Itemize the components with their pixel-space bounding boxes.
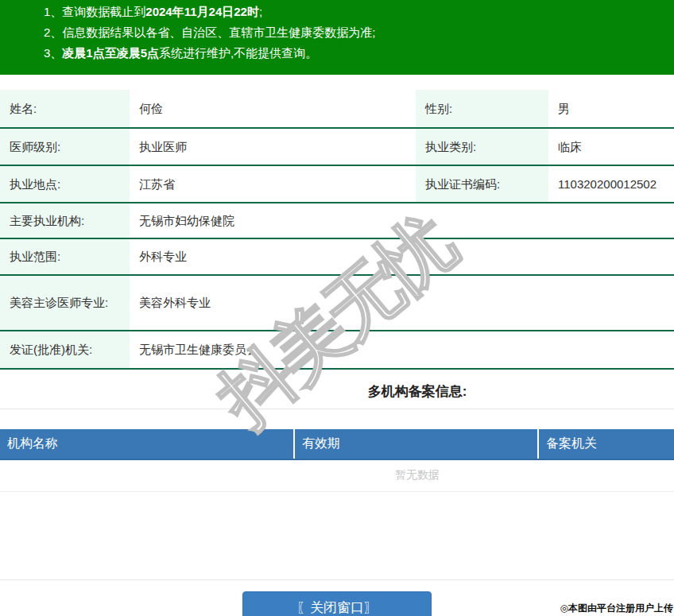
notice-text: 系统进行维护,不能提供查询。 xyxy=(159,46,317,60)
issuer-label: 发证(批准)机关: xyxy=(0,331,130,369)
table-row: 执业地点: 江苏省 执业证书编码: 110320200012502 xyxy=(0,165,674,203)
notice-line-number: 1、 xyxy=(44,5,62,18)
records-empty-row: 暂无数据 xyxy=(0,459,674,491)
level-label: 医师级别: xyxy=(0,128,130,165)
gender-label: 性别: xyxy=(416,90,548,128)
name-value: 何俭 xyxy=(130,90,416,128)
cert-no-value: 110320200012502 xyxy=(548,165,674,203)
notice-line-number: 3、 xyxy=(44,46,62,60)
notice-line-2: 2、信息数据结果以各省、自治区、直辖市卫生健康委数据为准; xyxy=(44,22,674,43)
table-row: 主要执业机构: 无锡市妇幼保健院 xyxy=(0,203,674,238)
location-label: 执业地点: xyxy=(0,165,130,203)
section-divider xyxy=(0,409,674,409)
notice-text-bold: 2024年11月24日22时 xyxy=(145,5,259,18)
license-query-result-page: 1、查询数据截止到2024年11月24日22时; 2、信息数据结果以各省、自治区… xyxy=(0,0,674,616)
close-window-button[interactable]: 〖关闭窗口〗 xyxy=(242,591,432,616)
category-label: 执业类别: xyxy=(416,128,548,165)
main-org-value: 无锡市妇幼保健院 xyxy=(130,203,674,238)
records-header-filing-authority: 备案机关 xyxy=(538,429,674,459)
notice-text: 查询数据截止到 xyxy=(62,5,145,18)
empty-state-text: 暂无数据 xyxy=(0,459,674,491)
records-header-org-name: 机构名称 xyxy=(0,429,294,459)
notice-text: 信息数据结果以各省、自治区、直辖市卫生健康委数据为准; xyxy=(62,25,375,39)
issuer-value: 无锡市卫生健康委员会 xyxy=(130,331,674,369)
name-label: 姓名: xyxy=(0,90,130,128)
scope-label: 执业范围: xyxy=(0,238,130,275)
doctor-detail-table: 姓名: 何俭 性别: 男 医师级别: 执业医师 执业类别: 临床 执业地点: 江… xyxy=(0,90,674,370)
records-section-title: 多机构备案信息: xyxy=(0,382,674,401)
credit-watermark-text: ◎本图由平台注册用户上传 xyxy=(560,602,673,615)
notice-line-1: 1、查询数据截止到2024年11月24日22时; xyxy=(44,2,674,22)
notice-text-bold: 凌晨1点至凌晨5点 xyxy=(62,46,159,60)
notice-line-number: 2、 xyxy=(44,25,62,39)
records-header-validity: 有效期 xyxy=(294,429,538,459)
main-org-label: 主要执业机构: xyxy=(0,203,130,238)
notice-text: ; xyxy=(259,5,262,18)
level-value: 执业医师 xyxy=(130,128,416,165)
records-header-row: 机构名称 有效期 备案机关 xyxy=(0,429,674,459)
gender-value: 男 xyxy=(548,90,674,128)
table-row: 姓名: 何俭 性别: 男 xyxy=(0,90,674,128)
table-row: 美容主诊医师专业: 美容外科专业 xyxy=(0,275,674,331)
cosmetic-specialty-label: 美容主诊医师专业: xyxy=(0,275,130,331)
table-row: 执业范围: 外科专业 xyxy=(0,238,674,275)
table-row: 发证(批准)机关: 无锡市卫生健康委员会 xyxy=(0,331,674,369)
records-table: 机构名称 有效期 备案机关 暂无数据 xyxy=(0,429,674,492)
footer-divider xyxy=(0,579,674,580)
cosmetic-specialty-value: 美容外科专业 xyxy=(130,275,674,331)
notice-line-3: 3、凌晨1点至凌晨5点系统进行维护,不能提供查询。 xyxy=(44,43,674,64)
category-value: 临床 xyxy=(548,128,674,165)
location-value: 江苏省 xyxy=(130,165,416,203)
cert-no-label: 执业证书编码: xyxy=(416,165,548,203)
notice-banner: 1、查询数据截止到2024年11月24日22时; 2、信息数据结果以各省、自治区… xyxy=(0,0,674,75)
table-row: 医师级别: 执业医师 执业类别: 临床 xyxy=(0,128,674,165)
scope-value: 外科专业 xyxy=(130,238,674,275)
